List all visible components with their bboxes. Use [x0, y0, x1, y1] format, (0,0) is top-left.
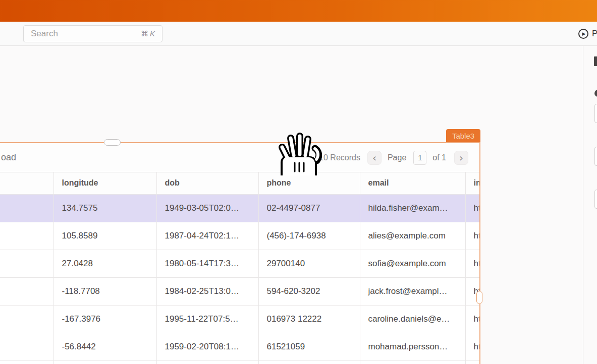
column-header-email[interactable]: email: [360, 172, 465, 194]
data-table: longitude dob phone email im 134.7575 19…: [0, 172, 479, 364]
shortcut-key-label: K: [150, 29, 155, 38]
command-icon: ⌘: [141, 29, 148, 38]
page-label: Page: [388, 153, 406, 162]
table-row[interactable]: -56.8442 1959-02-20T08:1… 61521059 moham…: [0, 333, 479, 360]
preview-button[interactable]: ▶ P: [578, 22, 597, 46]
chevron-left-icon: ‹: [372, 152, 376, 164]
page-number-input[interactable]: 1: [413, 151, 426, 165]
column-header-image[interactable]: im: [465, 172, 479, 194]
right-panel-input-2[interactable]: [594, 147, 597, 166]
chevron-right-icon: ›: [459, 152, 463, 164]
right-panel-input-3[interactable]: [594, 190, 597, 209]
app-header-bar: [0, 0, 597, 22]
right-panel-input-1[interactable]: [594, 104, 597, 123]
table-row[interactable]: 27.0428 1980-05-14T17:3… 29700140 sofia@…: [0, 250, 479, 277]
search-placeholder: Search: [31, 29, 58, 39]
table-header-bar: oad 10 Records ‹ Page 1 of 1 ›: [0, 143, 479, 172]
column-header-longitude[interactable]: longitude: [53, 172, 156, 194]
column-header[interactable]: [0, 172, 53, 194]
table-pagination: 10 Records ‹ Page 1 of 1 ›: [319, 151, 468, 165]
editor-toolbar: Search ⌘K ▶ P: [0, 22, 597, 46]
table-row-partial[interactable]: [0, 360, 479, 364]
table-widget[interactable]: oad 10 Records ‹ Page 1 of 1 › longitude…: [0, 142, 480, 364]
resize-handle-top[interactable]: [104, 139, 121, 146]
table-row[interactable]: -167.3976 1995-11-22T07:5… 016973 12222 …: [0, 305, 479, 333]
app-editor-screen: Search ⌘K ▶ P Table3 oad 10 Records ‹ Pa…: [0, 0, 597, 364]
resize-handle-right[interactable]: [476, 291, 482, 304]
next-page-button[interactable]: ›: [454, 151, 468, 165]
record-count-label: 10 Records: [319, 153, 360, 162]
clipped-left-label: oad: [1, 152, 16, 163]
table-row[interactable]: -118.7708 1984-02-25T13:0… 594-620-3202 …: [0, 277, 479, 305]
prev-page-button[interactable]: ‹: [367, 151, 382, 165]
right-panel-icon-fragment: [594, 90, 597, 97]
right-panel-title-fragment: [594, 56, 597, 66]
column-header-dob[interactable]: dob: [156, 172, 258, 194]
search-shortcut-hint: ⌘K: [141, 29, 155, 38]
page-total-label: of 1: [432, 153, 446, 162]
table-header-row: longitude dob phone email im: [0, 172, 479, 194]
table-row[interactable]: 105.8589 1987-04-24T02:1… (456)-174-6938…: [0, 222, 479, 250]
search-input[interactable]: Search ⌘K: [23, 25, 162, 42]
column-header-phone[interactable]: phone: [258, 172, 360, 194]
preview-button-label: P: [592, 29, 597, 39]
table-row-selected[interactable]: 134.7575 1949-03-05T02:0… 02-4497-0877 h…: [0, 194, 479, 222]
widget-name-tag[interactable]: Table3: [446, 129, 480, 142]
right-panel-divider: [583, 46, 583, 364]
play-circle-icon[interactable]: ▶: [578, 29, 588, 39]
